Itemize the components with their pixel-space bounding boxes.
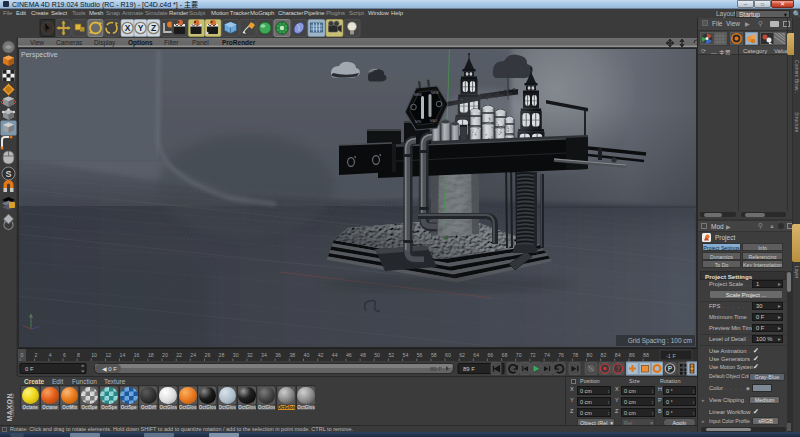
svg-text:Z: Z <box>151 23 156 33</box>
svg-text:86: 86 <box>629 352 635 358</box>
svg-text:16: 16 <box>134 352 140 358</box>
svg-text:12: 12 <box>105 352 111 358</box>
svg-text:34: 34 <box>261 352 267 358</box>
svg-text:P: P <box>668 365 673 372</box>
svg-text:24: 24 <box>190 352 196 358</box>
svg-text:36: 36 <box>275 352 281 358</box>
svg-text:14: 14 <box>120 352 126 358</box>
svg-text:NEW: NEW <box>414 93 423 97</box>
svg-text:4: 4 <box>49 352 52 358</box>
svg-text:6: 6 <box>63 352 66 358</box>
svg-text:S: S <box>5 169 11 179</box>
svg-text:?: ? <box>616 365 620 372</box>
svg-text:50: 50 <box>374 352 380 358</box>
svg-text:28: 28 <box>219 352 225 358</box>
svg-text:Y: Y <box>138 23 144 33</box>
svg-text:44: 44 <box>332 352 338 358</box>
svg-text:MIN: MIN <box>415 120 422 124</box>
svg-text:64: 64 <box>473 352 479 358</box>
svg-text:Perspective: Perspective <box>21 51 58 59</box>
svg-text:42: 42 <box>318 352 324 358</box>
svg-text:70: 70 <box>516 352 522 358</box>
svg-text:54: 54 <box>403 352 409 358</box>
svg-text:84: 84 <box>615 352 621 358</box>
svg-text:◀ 0 F: ◀ 0 F <box>102 366 117 372</box>
svg-text:72: 72 <box>530 352 536 358</box>
svg-text:26: 26 <box>205 352 211 358</box>
svg-text:30: 30 <box>233 352 239 358</box>
svg-text:32: 32 <box>247 352 253 358</box>
svg-text:52: 52 <box>388 352 394 358</box>
svg-text:80: 80 <box>587 352 593 358</box>
svg-text:46: 46 <box>346 352 352 358</box>
svg-text:48: 48 <box>360 352 366 358</box>
svg-text:MAX: MAX <box>430 119 438 123</box>
svg-text:0: 0 <box>21 352 24 358</box>
svg-text:22: 22 <box>176 352 182 358</box>
svg-text:X: X <box>125 23 131 33</box>
svg-text:58: 58 <box>431 352 437 358</box>
svg-text:20: 20 <box>162 352 168 358</box>
svg-text:NEW: NEW <box>431 91 440 95</box>
svg-text:78: 78 <box>572 352 578 358</box>
svg-text:8: 8 <box>77 352 80 358</box>
svg-text:2: 2 <box>35 352 38 358</box>
svg-text:38: 38 <box>289 352 295 358</box>
svg-text:88: 88 <box>643 352 649 358</box>
svg-text:40: 40 <box>304 352 310 358</box>
svg-text:62: 62 <box>459 352 465 358</box>
svg-text:0 F: 0 F <box>25 366 34 372</box>
svg-text:66: 66 <box>487 352 493 358</box>
svg-text:89 F: 89 F <box>463 366 475 372</box>
svg-text:18: 18 <box>148 352 154 358</box>
svg-text:68: 68 <box>502 352 508 358</box>
svg-text:74: 74 <box>544 352 550 358</box>
svg-text:56: 56 <box>417 352 423 358</box>
svg-text:60: 60 <box>445 352 451 358</box>
svg-text:89 F: 89 F <box>430 366 442 372</box>
svg-text:82: 82 <box>601 352 607 358</box>
svg-text:10: 10 <box>91 352 97 358</box>
svg-text:76: 76 <box>558 352 564 358</box>
svg-text:Grid Spacing : 100 cm: Grid Spacing : 100 cm <box>628 337 692 345</box>
svg-text:-1 F: -1 F <box>666 353 676 359</box>
